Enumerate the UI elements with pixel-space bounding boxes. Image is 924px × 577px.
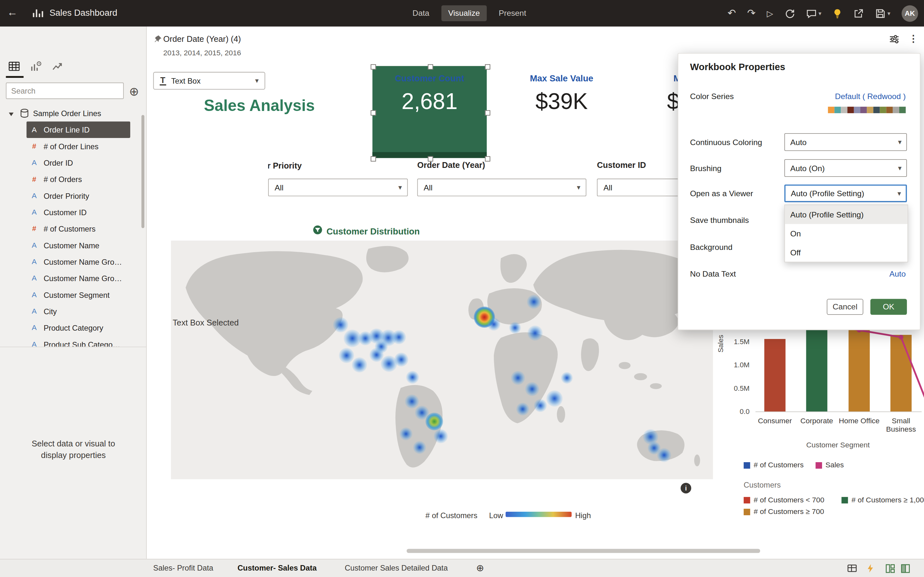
field-item-city[interactable]: ACity [26,303,130,319]
auto-insights-icon[interactable] [866,563,875,576]
kebab-menu-icon[interactable]: ⋮ [909,33,918,44]
canvas-tab-customer-sales-detailed[interactable]: Customer Sales Detailed Data [345,559,448,577]
field-item-of-orders[interactable]: ## of Orders [26,171,130,187]
selection-handle[interactable] [371,156,376,161]
user-avatar[interactable]: AK [902,5,918,21]
open-as-viewer-select[interactable]: Auto (Profile Setting) ▾ [784,185,907,202]
layout-split-icon[interactable] [900,564,911,576]
comments-icon[interactable]: ▾ [806,8,821,19]
dropdown-option-auto-profile-setting[interactable]: Auto (Profile Setting) [785,205,907,224]
field-item-product-category[interactable]: AProduct Category [26,319,130,336]
undo-icon[interactable]: ↶ [728,8,736,18]
legend-item-of-customers[interactable]: # of Customers [744,461,804,469]
selection-handle[interactable] [428,64,433,69]
panel-tab-analytics-icon[interactable] [52,61,66,75]
panel-scrollbar[interactable] [141,115,145,228]
dropdown-option-on[interactable]: On [785,224,907,243]
filter-label-order-date: Order Date (Year) [417,161,485,170]
horizontal-scrollbar[interactable] [407,549,760,553]
selection-handle[interactable] [485,156,490,161]
add-canvas-icon[interactable]: ⊕ [476,559,484,577]
field-item-customer-name[interactable]: ACustomer Name [26,237,130,253]
selection-handle[interactable] [485,110,490,116]
canvas-tab-customer-sales[interactable]: Customer- Sales Data [238,559,317,577]
attribute-icon: A [30,208,38,216]
chevron-down-icon[interactable]: ▾ [887,10,890,16]
color-legend-item-of-customers-1-000[interactable]: # of Customers ≥ 1,000 [841,496,924,504]
tab-visualize[interactable]: Visualize [441,5,487,21]
layout-grid-icon[interactable] [885,564,895,576]
color-series-swatches[interactable] [828,107,906,113]
active-tab-underline [6,76,24,77]
bar-corporate[interactable] [806,321,827,411]
preview-play-icon[interactable]: ▷ [767,9,773,18]
field-item-of-order-lines[interactable]: ## of Order Lines [26,138,130,155]
bar-small-business[interactable] [890,335,912,411]
world-map[interactable] [171,240,713,479]
add-dataset-icon[interactable]: ⊕ [129,84,139,98]
field-item-of-customers[interactable]: ## of Customers [26,221,130,237]
field-item-customer-name-gro[interactable]: ACustomer Name Gro… [26,253,130,270]
element-type-select[interactable]: T Text Box ▾ [153,72,265,90]
selection-handle[interactable] [428,156,433,161]
panel-tab-visualizations-icon[interactable] [30,61,44,75]
chevron-down-icon: ▾ [898,138,902,146]
x-axis-title: Customer Segment [800,441,876,449]
tab-present[interactable]: Present [493,6,532,21]
cancel-button[interactable]: Cancel [827,299,864,314]
export-icon[interactable] [853,8,864,19]
selection-handle[interactable] [371,64,376,69]
dataset-label[interactable]: Sample Order Lines [33,109,101,118]
tree-expand-icon[interactable] [9,113,13,116]
filter-select-order-date[interactable]: All ▾ [417,179,587,196]
refresh-data-icon[interactable] [784,8,795,19]
info-icon[interactable]: i [681,483,691,493]
search-input[interactable] [6,83,124,99]
field-item-order-line-id[interactable]: AOrder Line ID [26,122,130,138]
selection-handle[interactable] [485,64,490,69]
bar-home-office[interactable] [848,330,870,412]
ok-button[interactable]: OK [870,299,907,314]
continuous-coloring-select[interactable]: Auto ▾ [784,133,907,151]
filter-select-order-priority[interactable]: All ▾ [268,179,408,196]
insights-lightbulb-icon[interactable] [833,8,842,19]
y-tick-label: 1.0M [730,361,749,369]
canvas-filter-title[interactable]: Order Date (Year) (4) [163,34,241,44]
background-label: Background [690,243,733,251]
field-item-customer-name-gro[interactable]: ACustomer Name Gro… [26,270,130,286]
y-tick-label: 1.5M [730,338,749,346]
field-item-customer-segment[interactable]: ACustomer Segment [26,287,130,303]
color-series-value-link[interactable]: Default ( Redwood ) [835,92,906,101]
attribute-icon: A [30,258,38,266]
pin-icon[interactable] [154,35,162,45]
color-legend-item-of-customers-700[interactable]: # of Customers < 700 [744,496,824,504]
color-legend-item-of-customers-700[interactable]: # of Customers ≥ 700 [744,508,824,516]
canvas-tab-sales-profit[interactable]: Sales- Profit Data [153,559,214,577]
back-icon[interactable]: ← [7,6,18,19]
brushing-select[interactable]: Auto (On) ▾ [784,159,907,177]
legend-item-sales[interactable]: Sales [815,461,844,469]
field-item-order-id[interactable]: AOrder ID [26,155,130,171]
properties-hint: Select data or visual to display propert… [0,437,146,461]
open-as-viewer-label: Open as a Viewer [690,189,753,198]
selection-handle[interactable] [371,110,376,116]
redo-icon[interactable]: ↷ [747,8,755,18]
canvas-filter-values[interactable]: 2013, 2014, 2015, 2016 [163,49,241,57]
no-data-text-value-link[interactable]: Auto [889,269,906,278]
text-box-title[interactable]: Sales Analysis [204,97,315,115]
panel-tab-data-icon[interactable] [8,61,22,75]
mode-nav: Data Visualize Present [407,4,532,23]
bar-consumer[interactable] [764,339,786,411]
kpi-max-sale-value[interactable]: Max Sale Value $39K [494,66,630,152]
canvas-settings-icon[interactable] [889,34,900,47]
kpi-value: 2,681 [372,89,487,114]
kpi-customer-count[interactable]: Customer Count 2,681 [372,66,487,158]
field-item-product-sub-catego[interactable]: AProduct Sub Catego… [26,336,130,347]
canvas-grid-icon[interactable] [847,564,857,576]
dropdown-option-off[interactable]: Off [785,243,907,262]
field-item-order-priority[interactable]: AOrder Priority [26,187,130,204]
save-icon[interactable]: ▾ [875,8,890,19]
tab-data[interactable]: Data [407,6,435,21]
chevron-down-icon[interactable]: ▾ [818,10,821,16]
field-item-customer-id[interactable]: ACustomer ID [26,204,130,220]
